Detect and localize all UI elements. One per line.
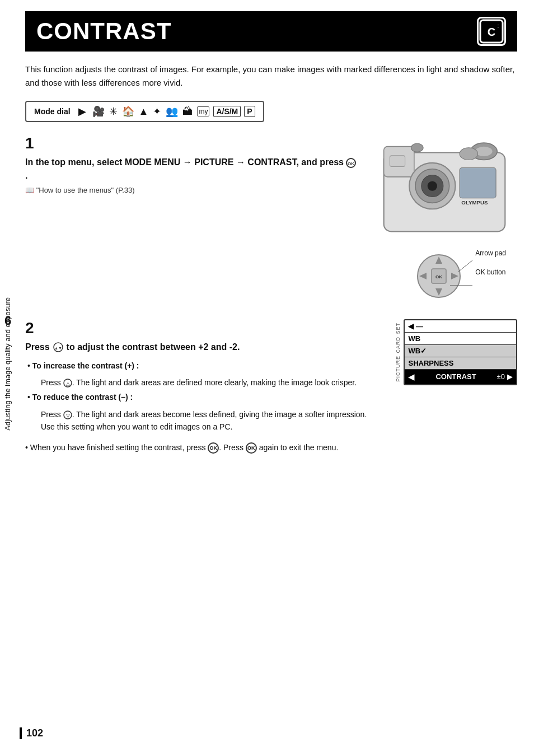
side-label-card: CARD <box>395 337 402 353</box>
ok-button-icon-inline: OK <box>346 157 356 167</box>
camera-illustration: OLYMPUS <box>372 134 517 241</box>
step2-right: SET CARD PICTURE ◀ — WB WB✓ <box>394 319 517 385</box>
mode-text-asm: A/S/M <box>213 106 241 117</box>
svg-text:C: C <box>488 26 495 38</box>
bullet2-text: Press ▽ . The light and dark areas becom… <box>25 408 383 433</box>
menu-row-contrast: ◀ CONTRAST ±0 ▶ <box>405 370 516 384</box>
step1-left: 1 In the top menu, select MODE MENU → PI… <box>25 134 360 194</box>
arrow-pad-label: Arrow pad OK button <box>475 249 506 276</box>
contrast-value: ±0 <box>497 372 505 381</box>
svg-point-10 <box>428 181 437 190</box>
svg-text:▲▼: ▲▼ <box>54 346 62 350</box>
menu-side-labels: SET CARD PICTURE <box>394 319 404 385</box>
mode-icon-6: 👥 <box>166 105 178 118</box>
mode-text-p: P <box>244 106 255 117</box>
mode-icon-2: ✳ <box>109 105 118 118</box>
bullet1-label: To increase the contrast (+) : <box>32 361 139 370</box>
main-content: CONTRAST C : This function adjusts the c… <box>25 11 517 499</box>
menu-row-wb2: WB✓ <box>405 345 516 357</box>
note-icon: 📖 <box>25 186 34 194</box>
step1-note: 📖 "How to use the menus" (P.33) <box>25 186 360 194</box>
svg-text:△: △ <box>65 381 69 386</box>
contrast-arrow-right: ▶ <box>507 372 513 381</box>
svg-text:OK: OK <box>348 161 354 166</box>
menu-item-1: ◀ — <box>408 322 423 330</box>
menu-contrast-value: ±0 ▶ <box>497 372 513 381</box>
step1-title: In the top menu, select MODE MENU → PICT… <box>25 156 360 183</box>
mode-dial-bar: Mode dial ▶ 🎥 ✳ 🏠 ▲ ✦ 👥 🏔 my A/S/M P <box>25 101 264 122</box>
menu-item-wb2: WB✓ <box>408 347 427 355</box>
svg-text:OK: OK <box>435 274 442 279</box>
step1-number: 1 <box>25 134 360 152</box>
svg-point-15 <box>460 148 477 160</box>
svg-text:▽: ▽ <box>65 413 69 418</box>
step2-container: 2 Press ▲▼ to adjust the contrast betwee… <box>25 319 517 455</box>
menu-item-sharpness: SHARPNESS <box>408 359 453 367</box>
menu-wrapper: SET CARD PICTURE ◀ — WB WB✓ <box>394 319 517 385</box>
ok-button-label-text: OK button <box>475 268 506 276</box>
svg-text::: : <box>498 23 499 29</box>
mode-dial-arrow: ▶ <box>78 105 86 118</box>
intro-text: This function adjusts the contrast of im… <box>25 63 517 90</box>
bullet1-text: Press △ . The light and dark areas are d… <box>25 376 383 389</box>
step2-left: 2 Press ▲▼ to adjust the contrast betwee… <box>25 319 383 455</box>
mode-dial-label: Mode dial <box>34 107 71 116</box>
ok-circle-1: OK <box>208 442 219 454</box>
menu-row-wb: WB <box>405 333 516 345</box>
menu-contrast-arrow-left: ◀ <box>408 372 415 382</box>
title-icon: C : <box>477 17 506 46</box>
bullet2-label: To reduce the contrast (–) : <box>32 393 133 402</box>
step1-container: 1 In the top menu, select MODE MENU → PI… <box>25 134 517 302</box>
arrow-pad-area: OK Arrow pad OK button <box>377 244 512 302</box>
menu-screenshot: ◀ — WB WB✓ SHARPNESS <box>404 319 517 385</box>
mode-icon-4: ▲ <box>139 106 149 118</box>
chapter-number: 6 <box>0 314 16 328</box>
ok-circle-2: OK <box>246 442 257 454</box>
side-label-picture: PICTURE <box>395 356 402 382</box>
bullet2: To reduce the contrast (–) : <box>25 391 383 403</box>
mode-icon-7: 🏔 <box>182 106 193 118</box>
menu-contrast-label: CONTRAST <box>435 372 476 381</box>
svg-text:OLYMPUS: OLYMPUS <box>461 199 488 206</box>
svg-rect-14 <box>460 168 496 198</box>
title-header: CONTRAST C : <box>25 11 517 52</box>
step2-title: Press ▲▼ to adjust the contrast between … <box>25 340 383 354</box>
svg-point-16 <box>411 143 423 152</box>
side-label-set: SET <box>395 323 402 334</box>
arrow-pad-label-text: Arrow pad <box>475 249 506 257</box>
final-note: • When you have finished setting the con… <box>25 441 383 455</box>
bullet1: To increase the contrast (+) : <box>25 360 383 372</box>
svg-line-25 <box>458 260 472 272</box>
mode-icon-8: my <box>197 106 209 116</box>
menu-row-1: ◀ — <box>405 320 516 333</box>
svg-rect-11 <box>390 156 405 166</box>
sidebar-tab: Adjusting the image quality and exposure <box>0 112 16 616</box>
page-number: 102 <box>20 727 43 739</box>
arrow-pad-svg: OK <box>408 244 481 302</box>
step2-number: 2 <box>25 319 383 337</box>
menu-item-wb: WB <box>408 334 420 343</box>
mode-icon-3: 🏠 <box>122 105 134 118</box>
step1-right: OLYMPUS OK <box>372 134 517 302</box>
mode-icon-1: 🎥 <box>92 105 105 118</box>
menu-row-sharpness: SHARPNESS <box>405 357 516 370</box>
page-title: CONTRAST <box>36 18 171 45</box>
mode-icon-5: ✦ <box>153 105 161 118</box>
